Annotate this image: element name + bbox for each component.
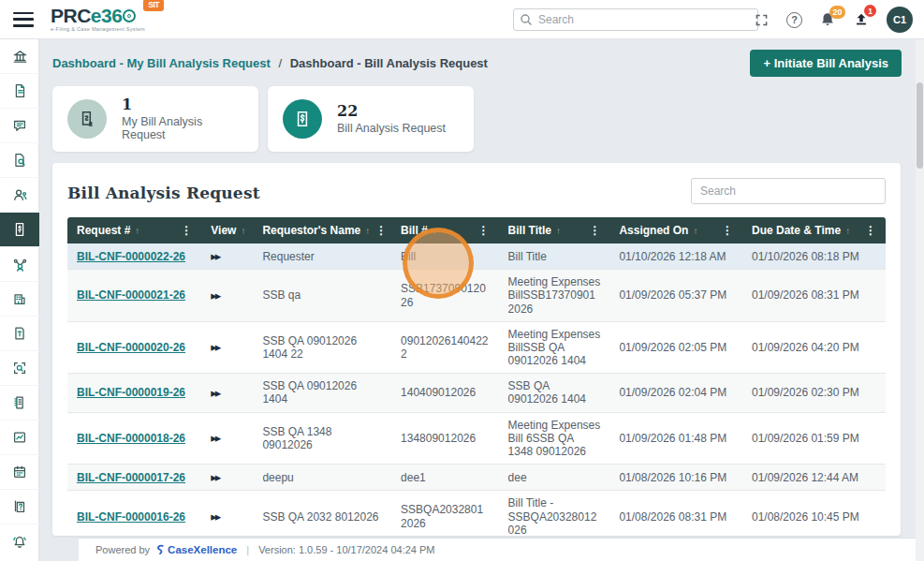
column-header-due-date[interactable]: Due Date & Time↑⋮ — [742, 217, 886, 244]
app-logo[interactable]: PRCe36 SIT e-Filing & Case Management Sy… — [51, 6, 145, 33]
column-menu-icon[interactable]: ⋮ — [473, 224, 490, 237]
card-my-bill-analysis-request[interactable]: 1 My Bill Analysis Request — [52, 86, 258, 152]
sidebar-item-reports[interactable] — [0, 421, 39, 455]
card-label: My Bill Analysis Request — [122, 115, 243, 141]
column-menu-icon[interactable]: ⋮ — [583, 224, 600, 237]
column-header-request[interactable]: Request #↑⋮ — [67, 217, 201, 244]
casexellence-logo[interactable]: CaseXellence — [155, 544, 237, 555]
due-date-cell: 01/09/2026 01:59 PM — [742, 412, 886, 464]
sidebar-item-messages[interactable] — [0, 109, 39, 143]
bill-number-cell: 140409012026 — [391, 374, 498, 412]
request-link[interactable]: BIL-CNF-0000020-26 — [77, 341, 185, 354]
table-row[interactable]: BIL-CNF-0000018-26▸▸SSB QA 1348 09012026… — [67, 412, 886, 464]
column-header-view[interactable]: View↑ — [201, 217, 253, 244]
sidebar-item-document-search[interactable] — [0, 143, 39, 178]
bill-number-cell: Bill — [391, 244, 498, 270]
bill-title-cell: Meeting Expenses BillSSB QA 09012026 140… — [499, 321, 610, 373]
view-fast-forward-icon[interactable]: ▸▸ — [211, 431, 219, 445]
chat-icon — [11, 117, 28, 134]
scan-search-icon — [11, 360, 28, 376]
logo-text: PRCe36 SIT — [51, 6, 145, 25]
requestor-name-cell: SSB QA 09012026 1404 — [253, 374, 391, 412]
breadcrumb-link[interactable]: Dashboard - My Bill Analysis Request — [52, 56, 271, 70]
document-search-icon — [11, 152, 28, 169]
assigned-on-cell: 01/08/2026 10:16 PM — [609, 465, 742, 491]
column-menu-icon[interactable]: ⋮ — [859, 224, 876, 237]
sidebar-item-users[interactable] — [0, 178, 39, 213]
request-cell: BIL-CNF-0000019-26 — [67, 374, 201, 412]
request-cell: BIL-CNF-0000021-26 — [67, 270, 201, 321]
requestor-name-cell: SSB QA 1348 09012026 — [253, 412, 391, 464]
sidebar-item-documents[interactable] — [0, 74, 39, 109]
user-avatar[interactable]: C1 — [887, 7, 913, 33]
initiate-bill-analysis-button[interactable]: + Initiate Bill Analysis — [750, 50, 902, 77]
view-cell: ▸▸ — [201, 270, 253, 321]
fullscreen-icon[interactable] — [754, 12, 770, 28]
view-cell: ▸▸ — [201, 412, 253, 464]
sidebar-item-calendar[interactable] — [0, 455, 39, 490]
bill-title-cell: Meeting Expenses Bill 6SSB QA 1348 09012… — [499, 412, 610, 464]
request-link[interactable]: BIL-CNF-0000016-26 — [77, 510, 185, 524]
view-fast-forward-icon[interactable]: ▸▸ — [211, 386, 219, 400]
chart-icon — [11, 429, 28, 446]
sidebar-item-notifications[interactable] — [0, 524, 39, 559]
table-row[interactable]: BIL-CNF-0000019-26▸▸SSB QA 09012026 1404… — [67, 374, 886, 412]
sort-asc-icon: ↑ — [241, 226, 245, 236]
bill-title-cell: Bill Title - SSBQA20328012026 — [499, 491, 610, 536]
table-body: BIL-CNF-0000022-26▸▸RequesterBillBill Ti… — [67, 244, 886, 536]
sidebar-item-organization[interactable] — [0, 282, 39, 317]
card-bill-analysis-request[interactable]: 22 Bill Analysis Request — [268, 86, 474, 152]
column-menu-icon[interactable]: ⋮ — [716, 224, 733, 237]
view-fast-forward-icon[interactable]: ▸▸ — [211, 249, 219, 263]
table-row[interactable]: BIL-CNF-0000017-26▸▸deepudee1dee01/08/20… — [67, 465, 886, 491]
table-row[interactable]: BIL-CNF-0000021-26▸▸SSB qaSSB17370901202… — [67, 270, 886, 321]
request-link[interactable]: BIL-CNF-0000017-26 — [77, 471, 185, 484]
request-link[interactable]: BIL-CNF-0000022-26 — [77, 250, 185, 263]
upload-icon[interactable]: 1 — [853, 11, 870, 28]
sidebar-item-bill-analysis[interactable] — [0, 213, 39, 247]
bill-title-cell: Bill Title — [499, 244, 610, 270]
scrollbar-thumb[interactable] — [917, 82, 923, 169]
menu-icon[interactable] — [13, 12, 34, 27]
due-date-cell: 01/09/2026 04:20 PM — [742, 321, 886, 373]
sidebar-item-collaboration[interactable] — [0, 247, 39, 282]
column-header-bill-title[interactable]: Bill Title↑⋮ — [499, 217, 610, 244]
table-row[interactable]: BIL-CNF-0000022-26▸▸RequesterBillBill Ti… — [67, 244, 886, 270]
table-search-input[interactable] — [691, 178, 886, 204]
table-header-row: Request #↑⋮ View↑ Requestor's Name↑⋮ Bil… — [67, 217, 886, 244]
view-fast-forward-icon[interactable]: ▸▸ — [211, 340, 219, 354]
request-link[interactable]: BIL-CNF-0000018-26 — [77, 432, 185, 445]
my-bill-request-icon — [67, 99, 107, 139]
bill-title-cell: SSB QA 09012026 1404 — [499, 374, 610, 412]
view-fast-forward-icon[interactable]: ▸▸ — [211, 470, 219, 484]
sidebar-item-ledger[interactable] — [0, 386, 39, 421]
table-row[interactable]: BIL-CNF-0000020-26▸▸SSB QA 09012026 1404… — [67, 321, 886, 373]
sidebar-item-scan-search[interactable] — [0, 351, 39, 386]
assigned-on-cell: 01/09/2026 02:04 PM — [609, 374, 742, 412]
table-row[interactable]: BIL-CNF-0000016-26▸▸SSB QA 2032 8012026S… — [67, 491, 886, 536]
request-cell: BIL-CNF-0000020-26 — [67, 321, 201, 373]
request-cell: BIL-CNF-0000016-26 — [67, 491, 201, 536]
column-header-assigned-on[interactable]: Assigned On↑⋮ — [609, 217, 742, 244]
page-scrollbar[interactable] — [916, 39, 924, 561]
casexellence-icon — [155, 544, 166, 555]
column-menu-icon[interactable]: ⋮ — [370, 224, 387, 237]
document-icon — [11, 82, 28, 99]
help-icon[interactable]: ? — [786, 12, 802, 28]
column-header-bill-number[interactable]: Bill #↑⋮ — [391, 217, 498, 244]
column-menu-icon[interactable]: ⋮ — [175, 224, 192, 237]
view-fast-forward-icon[interactable]: ▸▸ — [211, 288, 219, 303]
request-link[interactable]: BIL-CNF-0000019-26 — [77, 386, 185, 399]
sidebar-item-bank[interactable] — [0, 39, 39, 74]
requestor-name-cell: SSB QA 2032 8012026 — [253, 491, 391, 536]
sidebar-item-templates[interactable] — [0, 317, 39, 351]
bill-analysis-panel: Bill Analysis Request Request #↑⋮ View↑ … — [52, 163, 901, 536]
notifications-bell-icon[interactable]: 20 — [819, 11, 836, 28]
view-fast-forward-icon[interactable]: ▸▸ — [211, 509, 219, 524]
building-icon — [11, 290, 28, 307]
sidebar-item-help-pages[interactable] — [0, 490, 39, 524]
request-link[interactable]: BIL-CNF-0000021-26 — [77, 288, 185, 302]
global-search-input[interactable] — [513, 8, 758, 31]
assigned-on-cell: 01/10/2026 12:18 AM — [609, 244, 742, 270]
column-header-requestor[interactable]: Requestor's Name↑⋮ — [253, 217, 391, 244]
